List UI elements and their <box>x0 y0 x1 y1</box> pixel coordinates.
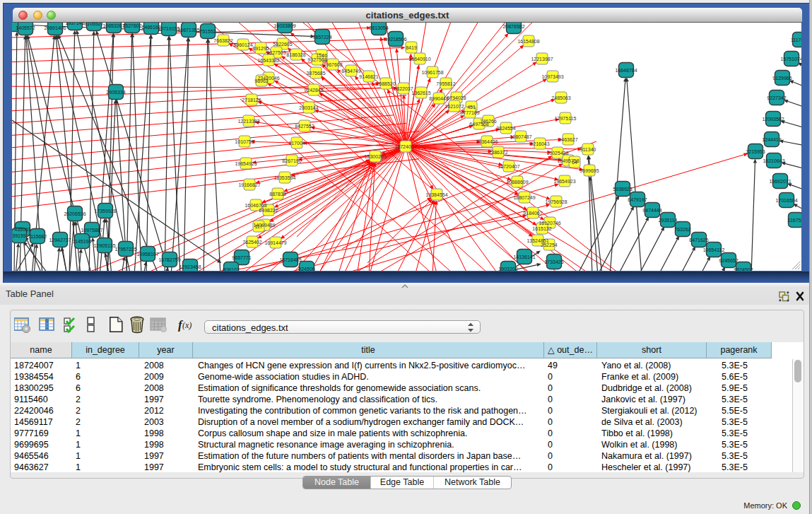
svg-text:917004: 917004 <box>288 141 305 146</box>
svg-text:1588520: 1588520 <box>376 81 395 86</box>
svg-text:20364436: 20364436 <box>476 139 498 144</box>
svg-text:1621072: 1621072 <box>445 104 464 109</box>
svg-text:1733426: 1733426 <box>544 259 563 264</box>
svg-text:10654112: 10654112 <box>703 247 725 252</box>
svg-text:39159: 39159 <box>12 233 26 238</box>
svg-text:6216043: 6216043 <box>530 141 549 146</box>
svg-text:6794028: 6794028 <box>447 95 466 100</box>
svg-text:116753: 116753 <box>788 218 801 223</box>
svg-text:9777169: 9777169 <box>460 110 479 115</box>
svg-text:15716485: 15716485 <box>279 257 301 262</box>
svg-text:7485063: 7485063 <box>551 95 570 100</box>
svg-text:1362615: 1362615 <box>411 90 430 95</box>
svg-text:252254: 252254 <box>541 243 557 247</box>
svg-text:11353594: 11353594 <box>274 175 296 180</box>
svg-text:16120746: 16120746 <box>539 221 560 226</box>
svg-text:8427552: 8427552 <box>295 124 314 129</box>
svg-text:6479197: 6479197 <box>628 197 647 202</box>
svg-text:18300295: 18300295 <box>364 154 386 159</box>
svg-text:9227342: 9227342 <box>767 95 786 100</box>
svg-text:16914479: 16914479 <box>264 240 286 245</box>
svg-text:1010755: 1010755 <box>235 139 254 144</box>
svg-text:10961758: 10961758 <box>421 70 443 75</box>
svg-text:15692071: 15692071 <box>769 179 791 184</box>
svg-text:16046768: 16046768 <box>245 203 266 208</box>
svg-text:16543382: 16543382 <box>257 58 279 63</box>
svg-text:20876582: 20876582 <box>502 24 524 29</box>
svg-text:12923468: 12923468 <box>179 264 201 269</box>
svg-text:2967608: 2967608 <box>323 62 342 67</box>
svg-text:9463627: 9463627 <box>558 137 577 142</box>
svg-text:16782759: 16782759 <box>158 257 180 262</box>
svg-text:8419: 8419 <box>406 45 417 50</box>
svg-text:7625402: 7625402 <box>242 240 261 245</box>
svg-text:98963: 98963 <box>254 78 269 83</box>
svg-text:10719155: 10719155 <box>158 26 180 31</box>
svg-text:17957225: 17957225 <box>114 247 136 252</box>
svg-text:17016504: 17016504 <box>775 198 797 203</box>
svg-text:19756928: 19756928 <box>545 199 567 204</box>
svg-text:1115682: 1115682 <box>28 234 47 239</box>
svg-text:16648784: 16648784 <box>615 68 637 73</box>
svg-text:12213383: 12213383 <box>237 119 259 124</box>
svg-text:64: 64 <box>572 160 577 165</box>
svg-text:9657771: 9657771 <box>232 255 251 260</box>
svg-text:19166827: 19166827 <box>238 182 260 187</box>
svg-text:12093582: 12093582 <box>762 117 784 122</box>
svg-text:9242848: 9242848 <box>304 88 323 93</box>
svg-text:15720407: 15720407 <box>498 164 519 169</box>
svg-text:10973493: 10973493 <box>541 74 563 79</box>
svg-text:2935114: 2935114 <box>659 218 678 223</box>
svg-text:18724007: 18724007 <box>394 144 416 149</box>
svg-text:3875685: 3875685 <box>306 71 325 76</box>
svg-text:20691406: 20691406 <box>44 25 66 30</box>
svg-text:1117038: 1117038 <box>791 37 801 42</box>
svg-text:16154808: 16154808 <box>517 39 539 44</box>
svg-text:8454749: 8454749 <box>341 69 360 74</box>
svg-text:1145194: 1145194 <box>73 239 92 244</box>
svg-text:1903202: 1903202 <box>498 267 517 271</box>
svg-text:17359928: 17359928 <box>94 209 116 214</box>
svg-text:8813054: 8813054 <box>369 25 388 30</box>
svg-text:(x): (x) <box>182 320 192 330</box>
svg-text:10653267: 10653267 <box>102 23 124 28</box>
svg-text:1244419: 1244419 <box>762 137 781 142</box>
svg-text:9184067: 9184067 <box>523 211 542 216</box>
svg-text:8471626: 8471626 <box>689 238 708 243</box>
svg-text:1527602: 1527602 <box>122 23 141 28</box>
svg-text:20206536: 20206536 <box>64 211 86 216</box>
svg-text:19654925: 19654925 <box>235 161 257 166</box>
svg-text:9146821: 9146821 <box>359 74 378 79</box>
svg-text:19218506: 19218506 <box>384 37 406 42</box>
svg-text:7857224: 7857224 <box>312 35 331 40</box>
svg-text:10958107: 10958107 <box>136 252 158 257</box>
svg-text:8105527: 8105527 <box>84 23 103 26</box>
svg-text:3215953: 3215953 <box>746 149 765 154</box>
svg-text:887833: 887833 <box>269 192 286 197</box>
svg-text:19654923: 19654923 <box>553 179 575 184</box>
svg-text:10025438: 10025438 <box>546 151 568 156</box>
svg-text:14136141: 14136141 <box>513 255 535 259</box>
svg-text:751552: 751552 <box>199 29 216 34</box>
svg-text:8960124: 8960124 <box>233 42 252 47</box>
svg-text:2803144: 2803144 <box>299 105 318 110</box>
svg-text:451: 451 <box>467 105 476 110</box>
svg-text:911340: 911340 <box>580 147 596 152</box>
svg-text:8267190: 8267190 <box>282 158 301 163</box>
svg-text:7955812: 7955812 <box>436 81 455 86</box>
svg-text:9129966: 9129966 <box>772 76 792 81</box>
svg-text:15751074: 15751074 <box>780 57 801 62</box>
svg-text:16210643: 16210643 <box>763 158 784 163</box>
svg-text:5822605: 5822605 <box>273 42 292 47</box>
svg-text:5938923: 5938923 <box>613 187 632 192</box>
svg-text:9327508: 9327508 <box>307 57 326 62</box>
svg-text:9245652: 9245652 <box>719 258 738 263</box>
svg-text:9824502: 9824502 <box>734 267 753 271</box>
svg-text:9699695: 9699695 <box>579 168 599 173</box>
svg-text:12942737: 12942737 <box>49 238 71 243</box>
svg-text:16033809: 16033809 <box>273 23 295 28</box>
svg-text:8186328: 8186328 <box>286 52 305 57</box>
svg-text:5822037: 5822037 <box>394 86 413 91</box>
svg-text:10688609: 10688609 <box>506 180 528 185</box>
svg-text:7386372: 7386372 <box>488 150 507 155</box>
